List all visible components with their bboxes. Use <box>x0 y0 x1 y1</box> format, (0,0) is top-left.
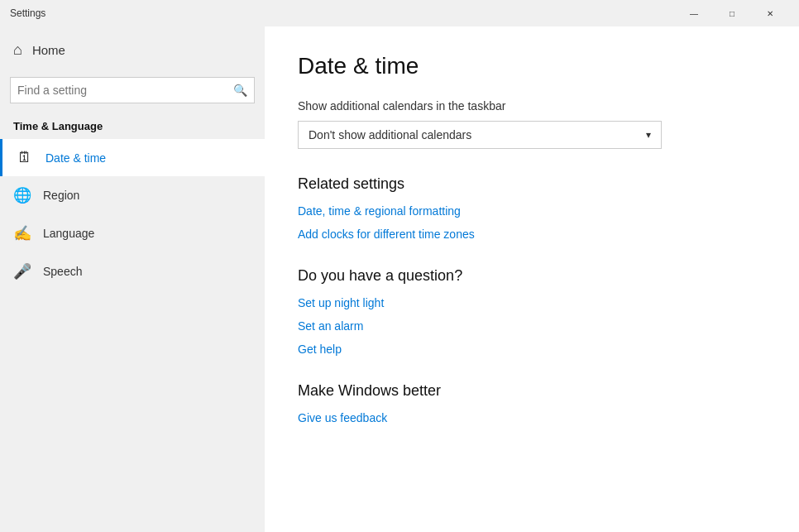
calendar-section: Show additional calendars in the taskbar… <box>298 99 766 149</box>
link-set-alarm[interactable]: Set an alarm <box>298 319 766 333</box>
question-section: Do you have a question? Set up night lig… <box>298 267 766 356</box>
sidebar: ⌂ Home 🔍 Time & Language 🗓 Date & time 🌐… <box>0 26 265 532</box>
language-icon: ✍ <box>13 224 31 242</box>
link-date-time-regional[interactable]: Date, time & regional formatting <box>298 204 766 218</box>
maximize-button[interactable]: □ <box>713 0 751 26</box>
search-input[interactable] <box>17 84 233 97</box>
dropdown-container: Don't show additional calendars ▾ <box>298 121 662 149</box>
sidebar-home-item[interactable]: ⌂ Home <box>0 33 265 67</box>
link-give-feedback[interactable]: Give us feedback <box>298 411 766 424</box>
region-label: Region <box>43 189 79 202</box>
sidebar-item-region[interactable]: 🌐 Region <box>0 176 265 214</box>
link-get-help[interactable]: Get help <box>298 343 766 356</box>
chevron-down-icon: ▾ <box>646 129 651 141</box>
close-button[interactable]: ✕ <box>751 0 789 26</box>
sidebar-item-language[interactable]: ✍ Language <box>0 214 265 252</box>
sidebar-item-date-time[interactable]: 🗓 Date & time <box>0 139 265 176</box>
window-controls: — □ ✕ <box>675 0 789 26</box>
main-content: Date & time Show additional calendars in… <box>265 26 799 532</box>
link-add-clocks[interactable]: Add clocks for different time zones <box>298 228 766 241</box>
title-bar: Settings — □ ✕ <box>0 0 799 26</box>
app-container: ⌂ Home 🔍 Time & Language 🗓 Date & time 🌐… <box>0 26 799 532</box>
speech-label: Speech <box>43 265 82 278</box>
search-container: 🔍 <box>0 70 265 110</box>
related-settings-section: Related settings Date, time & regional f… <box>298 175 766 241</box>
link-night-light[interactable]: Set up night light <box>298 296 766 309</box>
app-title: Settings <box>10 7 45 19</box>
region-icon: 🌐 <box>13 186 31 204</box>
related-settings-heading: Related settings <box>298 175 766 193</box>
sidebar-section-label: Time & Language <box>0 110 265 139</box>
language-label: Language <box>43 227 94 240</box>
home-icon: ⌂ <box>13 41 22 59</box>
question-heading: Do you have a question? <box>298 267 766 285</box>
feedback-heading: Make Windows better <box>298 382 766 400</box>
sidebar-item-speech[interactable]: 🎤 Speech <box>0 252 265 290</box>
calendar-label: Show additional calendars in the taskbar <box>298 99 766 113</box>
sidebar-home-label: Home <box>32 43 65 57</box>
date-time-label: Date & time <box>45 151 106 165</box>
date-time-icon: 🗓 <box>16 149 34 166</box>
speech-icon: 🎤 <box>13 262 31 280</box>
page-title: Date & time <box>298 53 766 79</box>
feedback-section: Make Windows better Give us feedback <box>298 382 766 424</box>
minimize-button[interactable]: — <box>675 0 713 26</box>
search-box: 🔍 <box>10 77 255 103</box>
calendar-dropdown[interactable]: Don't show additional calendars ▾ <box>298 121 662 149</box>
search-icon: 🔍 <box>233 84 247 97</box>
dropdown-value: Don't show additional calendars <box>309 128 471 141</box>
